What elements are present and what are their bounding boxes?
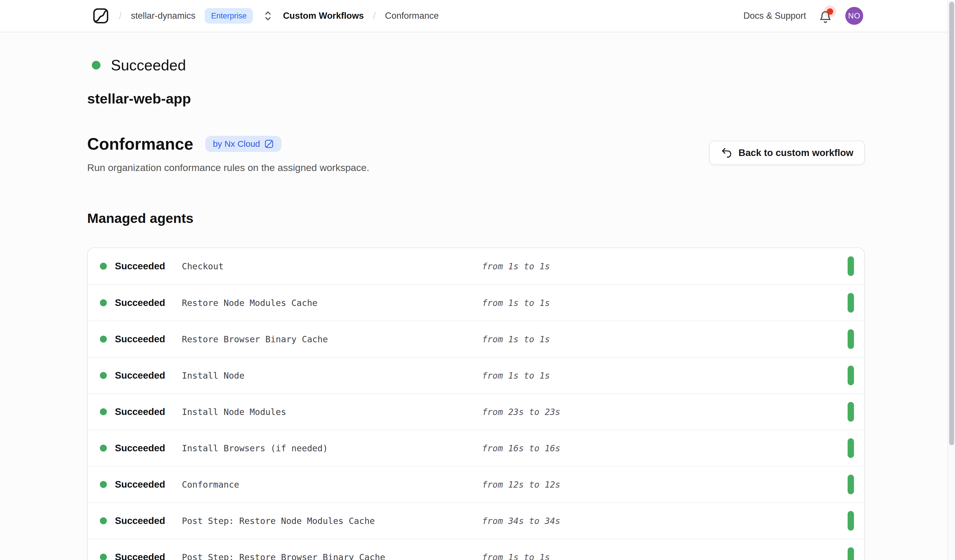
step-duration: from 12s to 12s [482,466,560,502]
step-duration-bar [848,547,854,560]
agent-step-row[interactable]: Succeeded Install Node Modules from 23s … [88,393,864,430]
step-status-dot [100,554,107,560]
step-name: Checkout [182,248,224,284]
step-name: Restore Browser Binary Cache [182,321,328,357]
success-status-dot [92,61,100,70]
step-status-dot [100,372,107,379]
step-status-dot [100,263,107,270]
breadcrumb-section[interactable]: Custom Workflows [283,11,364,21]
back-button-label: Back to custom workflow [739,147,853,158]
page-title: Conformance [87,134,193,153]
breadcrumb-separator: / [119,10,122,21]
notifications-bell-icon[interactable] [819,8,833,24]
scrollbar-thumb[interactable] [949,2,954,445]
agent-step-row[interactable]: Succeeded Checkout from 1s to 1s [88,248,864,284]
step-duration: from 1s to 1s [482,357,550,393]
user-avatar[interactable]: NO [845,7,863,25]
step-status-dot [100,481,107,488]
step-status-label: Succeeded [115,466,165,502]
agent-step-row[interactable]: Succeeded Post Step: Restore Node Module… [88,502,864,539]
by-nx-cloud-badge[interactable]: by Nx Cloud [205,136,281,152]
back-to-custom-workflow-button[interactable]: Back to custom workflow [709,141,865,165]
step-status-label: Succeeded [115,285,165,321]
header-actions: Docs & Support NO [744,7,863,25]
breadcrumb-org[interactable]: stellar-dynamics [131,11,196,21]
vertical-scrollbar[interactable] [947,0,955,560]
workflow-section: Conformance by Nx Cloud Run organization… [87,134,865,173]
agent-step-row[interactable]: Succeeded Install Browsers (if needed) f… [88,430,864,466]
step-status-label: Succeeded [115,503,165,539]
run-status: Succeeded [92,56,865,74]
by-nx-cloud-label: by Nx Cloud [213,139,260,149]
step-duration-bar [848,475,854,494]
step-duration: from 23s to 23s [482,394,560,430]
step-name: Install Browsers (if needed) [182,430,328,466]
step-duration-bar [848,366,854,385]
step-status-dot [100,335,107,343]
step-duration: from 1s to 1s [482,539,550,560]
nx-cloud-mini-logo-icon [264,139,274,149]
step-duration-bar [848,402,854,421]
step-duration: from 1s to 1s [482,321,550,357]
top-navigation-bar: / stellar-dynamics Enterprise Custom Wor… [0,0,955,32]
managed-agents-list: Succeeded Checkout from 1s to 1s Succeed… [87,247,865,560]
step-name: Install Node Modules [182,394,286,430]
step-duration: from 1s to 1s [482,248,550,284]
breadcrumb: / stellar-dynamics Enterprise Custom Wor… [92,7,439,25]
agent-step-row[interactable]: Succeeded Restore Node Modules Cache fro… [88,284,864,321]
step-duration-bar [848,438,854,458]
agent-step-row[interactable]: Succeeded Post Step: Restore Browser Bin… [88,539,864,560]
step-status-label: Succeeded [115,539,165,560]
agent-step-row[interactable]: Succeeded Conformance from 12s to 12s [88,466,864,502]
step-name: Restore Node Modules Cache [182,285,318,321]
step-duration: from 16s to 16s [482,430,560,466]
workspace-app-name: stellar-web-app [87,90,865,107]
step-duration: from 34s to 34s [482,503,560,539]
step-name: Install Node [182,357,244,393]
docs-support-link[interactable]: Docs & Support [744,11,806,21]
step-status-dot [100,517,107,524]
breadcrumb-page: Conformance [385,11,439,21]
step-duration-bar [848,511,854,530]
step-duration-bar [848,329,854,349]
breadcrumb-separator: / [373,10,376,21]
step-status-dot [100,445,107,452]
step-status-label: Succeeded [115,394,165,430]
notification-dot [827,8,833,15]
step-status-label: Succeeded [115,321,165,357]
enterprise-badge: Enterprise [205,8,253,23]
managed-agents-heading: Managed agents [87,210,865,226]
step-status-dot [100,299,107,306]
step-name: Post Step: Restore Browser Binary Cache [182,539,385,560]
step-duration: from 1s to 1s [482,285,550,321]
agent-step-row[interactable]: Succeeded Restore Browser Binary Cache f… [88,321,864,357]
step-name: Post Step: Restore Node Modules Cache [182,503,375,539]
step-duration-bar [848,256,854,276]
agent-step-row[interactable]: Succeeded Install Node from 1s to 1s [88,357,864,393]
step-duration-bar [848,293,854,313]
step-status-dot [100,408,107,415]
step-name: Conformance [182,466,240,502]
step-status-label: Succeeded [115,248,165,284]
nx-cloud-logo-icon[interactable] [92,7,110,25]
page-content: Succeeded stellar-web-app Conformance by… [0,56,955,560]
back-arrow-icon [720,147,732,159]
step-status-label: Succeeded [115,357,165,393]
workspace-switcher-icon[interactable] [262,8,274,23]
run-status-label: Succeeded [111,56,186,74]
step-status-label: Succeeded [115,430,165,466]
